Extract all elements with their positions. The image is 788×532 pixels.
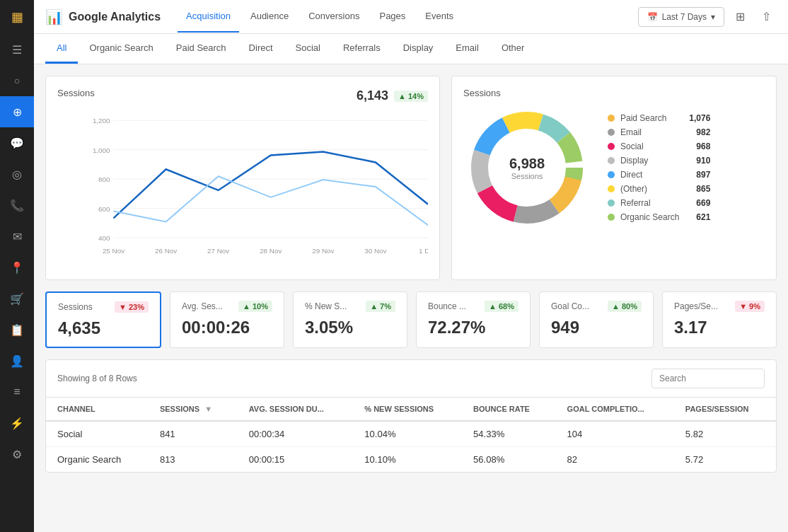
direct-dot (608, 171, 615, 178)
sidebar-item-target[interactable]: ◎ (0, 158, 34, 190)
subnav-item-direct[interactable]: Direct (238, 34, 284, 64)
metric-header-goal: Goal Co... ▲ 80% (551, 301, 642, 312)
metric-card-goal[interactable]: Goal Co... ▲ 80% 949 (539, 291, 654, 348)
cell-sessions: 841 (149, 421, 238, 447)
metrics-row: Sessions ▼ 23% 4,635 Avg. Ses... ▲ 10% 0… (45, 291, 777, 348)
data-table: CHANNEL SESSIONS ▼ AVG. SESSION DU... % … (46, 398, 776, 472)
col-header-goal: GOAL COMPLETIO... (556, 398, 674, 421)
metric-card-bounce[interactable]: Bounce ... ▲ 68% 72.27% (416, 291, 531, 348)
metric-header-avg-session: Avg. Ses... ▲ 10% (182, 301, 272, 312)
subnav-item-other[interactable]: Other (490, 34, 536, 64)
goal-metric-name: Goal Co... (551, 301, 589, 311)
new-sessions-metric-name: % New S... (305, 301, 347, 311)
organic-search-label: Organic Search (620, 212, 679, 222)
metric-header-pages: Pages/Se... ▼ 9% (674, 301, 765, 312)
top-navigation: 📊 Google Analytics Acquisition Audience … (34, 0, 788, 34)
subnav-item-organic-search[interactable]: Organic Search (78, 34, 164, 64)
sidebar-item-list[interactable]: ≡ (0, 376, 34, 407)
sidebar-item-report[interactable]: 📋 (0, 314, 34, 345)
svg-text:1,000: 1,000 (93, 146, 110, 154)
table-search-input[interactable] (651, 369, 765, 388)
sidebar-item-cart[interactable]: 🛒 (0, 283, 34, 314)
sidebar-item-settings[interactable]: ⚙ (0, 439, 34, 470)
subnav-item-display[interactable]: Display (392, 34, 445, 64)
person-icon: 👤 (10, 354, 24, 368)
svg-text:25 Nov: 25 Nov (103, 247, 124, 255)
donut-center-label: Sessions (509, 172, 545, 180)
donut-chart-card: Sessions (451, 76, 777, 280)
brand-icon: 📊 (45, 8, 63, 25)
nav-item-audience[interactable]: Audience (242, 1, 297, 33)
pages-metric-value: 3.17 (674, 318, 765, 337)
sidebar-item-menu[interactable]: ☰ (0, 34, 34, 65)
sidebar-item-plugin[interactable]: ⚡ (0, 407, 34, 439)
table-header-row: CHANNEL SESSIONS ▼ AVG. SESSION DU... % … (46, 398, 776, 421)
metric-card-pages[interactable]: Pages/Se... ▼ 9% 3.17 (662, 291, 777, 348)
sidebar-item-mail[interactable]: ✉ (0, 221, 34, 252)
bounce-badge: ▲ 68% (485, 301, 518, 312)
cell-pages: 5.82 (674, 421, 776, 447)
email-label: Email (620, 127, 679, 137)
sidebar-item-chat[interactable]: 💬 (0, 127, 34, 158)
sessions-metric-value: 4,635 (58, 318, 149, 338)
cell-channel: Organic Search (46, 447, 149, 473)
sidebar-logo: ▦ (0, 0, 34, 34)
display-label: Display (620, 156, 679, 166)
bounce-metric-value: 72.27% (428, 318, 518, 337)
col-header-channel: CHANNEL (46, 398, 149, 421)
sub-navigation: All Organic Search Paid Search Direct So… (34, 34, 788, 64)
col-header-pct-new: % NEW SESSIONS (353, 398, 462, 421)
col-header-sessions[interactable]: SESSIONS ▼ (149, 398, 238, 421)
nav-item-acquisition[interactable]: Acquisition (178, 1, 239, 33)
metric-card-new-sessions[interactable]: % New S... ▲ 7% 3.05% (293, 291, 407, 348)
subnav-item-paid-search[interactable]: Paid Search (165, 34, 238, 64)
sidebar-item-phone[interactable]: 📞 (0, 190, 34, 221)
chat-icon: 💬 (10, 137, 24, 150)
table-row: Social 841 00:00:34 10.04% 54.33% 104 5.… (46, 421, 776, 447)
metric-card-sessions[interactable]: Sessions ▼ 23% 4,635 (45, 291, 161, 348)
paid-search-label: Paid Search (620, 113, 679, 123)
table-row: Organic Search 813 00:00:15 10.10% 56.08… (46, 447, 776, 473)
social-value: 968 (685, 141, 710, 151)
sidebar-item-person[interactable]: 👤 (0, 345, 34, 376)
new-sessions-badge: ▲ 7% (366, 301, 395, 312)
subnav-item-email[interactable]: Email (444, 34, 490, 64)
cell-pct-new: 10.10% (353, 447, 462, 473)
avg-session-metric-value: 00:00:26 (182, 318, 272, 337)
topnav-right: 📅 Last 7 Days ▾ ⊞ ⇧ (638, 6, 777, 28)
svg-text:27 Nov: 27 Nov (207, 247, 229, 255)
sidebar-item-analytics[interactable]: ⊕ (0, 96, 34, 127)
subnav-item-all[interactable]: All (45, 34, 78, 64)
paid-search-dot (608, 115, 615, 122)
phone-icon: 📞 (10, 199, 24, 212)
svg-text:30 Nov: 30 Nov (364, 247, 386, 255)
donut-chart-title: Sessions (463, 88, 765, 98)
metric-card-avg-session[interactable]: Avg. Ses... ▲ 10% 00:00:26 (170, 291, 284, 348)
share-button[interactable]: ⇧ (756, 6, 777, 28)
svg-text:1,200: 1,200 (93, 117, 110, 125)
nav-item-events[interactable]: Events (417, 1, 462, 33)
plugin-icon: ⚡ (10, 417, 24, 430)
cell-bounce: 56.08% (462, 447, 556, 473)
col-header-pages: PAGES/SESSION (674, 398, 776, 421)
menu-icon: ☰ (12, 43, 22, 57)
calendar-icon: 📅 (647, 12, 658, 22)
other-value: 865 (685, 184, 710, 194)
line-chart-title: Sessions (57, 88, 95, 98)
nav-item-pages[interactable]: Pages (371, 1, 414, 33)
sidebar-item-location[interactable]: 📍 (0, 252, 34, 283)
line-chart-value: 6,143 (357, 88, 388, 103)
table-header-bar: Showing 8 of 8 Rows (46, 360, 776, 398)
chart-row: Sessions 6,143 ▲ 14% 1 (45, 76, 777, 280)
columns-button[interactable]: ⊞ (730, 6, 751, 28)
email-dot (608, 129, 615, 136)
cell-goal: 104 (556, 421, 674, 447)
subnav-item-social[interactable]: Social (284, 34, 332, 64)
subnav-item-referrals[interactable]: Referrals (332, 34, 392, 64)
metric-header-bounce: Bounce ... ▲ 68% (428, 301, 518, 312)
analytics-icon: ⊕ (13, 105, 22, 119)
date-range-button[interactable]: 📅 Last 7 Days ▾ (638, 7, 724, 27)
direct-value: 897 (685, 170, 710, 180)
nav-item-conversions[interactable]: Conversions (300, 1, 368, 33)
sidebar-item-search[interactable]: ○ (0, 65, 34, 96)
